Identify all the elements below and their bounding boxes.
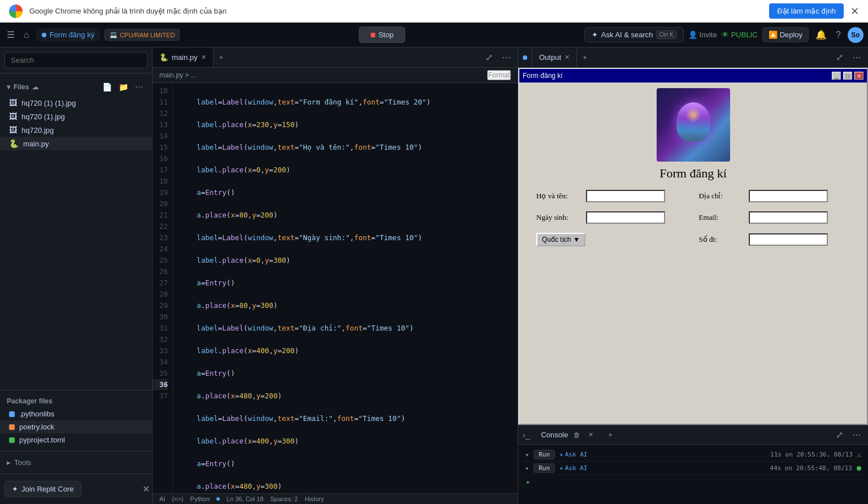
form-input-email[interactable] <box>749 211 828 224</box>
person-icon: 👤 <box>688 31 697 39</box>
form-cell-email: Email: <box>699 211 850 224</box>
set-default-button[interactable]: Đặt làm mặc định <box>769 3 844 19</box>
avatar[interactable]: So <box>848 27 863 43</box>
files-more-button[interactable]: ⋯ <box>133 80 145 94</box>
file-item-hq720-1[interactable]: 🖼 hq720 (1).jpg <box>0 110 152 123</box>
form-input-ho-va-ten[interactable] <box>586 190 665 202</box>
project-tab[interactable]: Form đăng ký <box>36 28 100 41</box>
brain-shape <box>671 99 716 150</box>
status-green-icon <box>857 466 861 471</box>
file-item-hq720[interactable]: 🖼 hq720.jpg <box>0 123 152 137</box>
output-tab-close[interactable]: ✕ <box>565 54 570 61</box>
console-tab-close[interactable]: ✕ <box>586 429 596 441</box>
code-editor[interactable]: 10111213 14151617 18192021 22232425 2627… <box>153 83 518 493</box>
pkg-item-poetry-lock[interactable]: poetry.lock <box>0 420 152 433</box>
output-tab-label: Output <box>539 53 561 62</box>
output-tab[interactable]: Output ✕ <box>532 47 577 67</box>
cpu-badge: 💻 CPU/RAM LIMITED <box>105 29 180 41</box>
console-prompt[interactable]: ▸ <box>522 475 865 488</box>
prompt-symbol: ▸ <box>526 477 531 486</box>
console-row-2: ▾ Run ✦ Ask AI 44s on 20:55:48, 08/13 <box>522 462 865 475</box>
chrome-logo-icon <box>9 5 23 18</box>
join-core-button[interactable]: ✦ Join Replit Core <box>5 481 81 497</box>
form-input-so-dt[interactable] <box>749 233 828 246</box>
file-item-hq720-1-1[interactable]: 🖼 hq720 (1) (1).jpg <box>0 96 152 110</box>
main-py-tab[interactable]: 🐍 main.py ✕ <box>153 47 214 67</box>
join-core-close-button[interactable]: ✕ <box>140 481 152 497</box>
stop-button[interactable]: Stop <box>359 27 406 43</box>
quoc-tich-dropdown[interactable]: Quốc tịch ▼ <box>536 233 585 246</box>
console-content: ▾ Run ✦ Ask AI 11s on 20:55:36, 08/13 ⚠ … <box>518 445 868 504</box>
brain-glow <box>685 108 702 122</box>
stop-icon <box>371 33 375 37</box>
run-badge-1[interactable]: Run <box>533 450 555 459</box>
invite-button[interactable]: 👤 Invite <box>688 31 717 39</box>
expand-output-button[interactable]: ⤢ <box>834 50 845 65</box>
format-button[interactable]: Format <box>487 70 511 80</box>
ask-ai-console-1[interactable]: ✦ Ask AI <box>559 451 587 458</box>
file-item-main-py[interactable]: 🐍 main.py <box>0 137 152 150</box>
public-button[interactable]: 👁 PUBLIC <box>722 31 758 39</box>
output-tab-icons: ⤢ ⋯ <box>834 50 868 65</box>
add-console-tab-button[interactable]: + <box>602 431 618 439</box>
pkg-name: .pythonlibs <box>19 410 54 418</box>
form-cell-dia-chi: Địa chỉ: <box>699 190 850 202</box>
chevron-icon-1: ▾ <box>525 451 529 459</box>
form-label-dia-chi: Địa chỉ: <box>699 192 744 201</box>
console-clear-button[interactable]: 🗑 <box>571 429 583 441</box>
console-tab[interactable]: Console 🗑 ✕ <box>534 425 602 444</box>
add-tab-button[interactable]: + <box>214 53 229 62</box>
new-folder-button[interactable]: 📁 <box>116 80 131 94</box>
ask-ai-console-2[interactable]: ✦ Ask AI <box>559 464 587 472</box>
form-input-ngay-sinh[interactable] <box>586 211 665 224</box>
chevron-right-icon: ▸ <box>7 458 11 467</box>
code-content[interactable]: label=Label(window,text="Form đăng kí",f… <box>173 83 518 493</box>
form-image <box>657 88 730 162</box>
toml-icon <box>9 437 15 443</box>
tools-label: Tools <box>14 458 31 467</box>
tkinter-maximize-button[interactable]: □ <box>843 72 852 80</box>
pkg-item-pythonlibs[interactable]: .pythonlibs <box>0 407 152 420</box>
search-input[interactable] <box>5 52 147 68</box>
expand-editor-button[interactable]: ⤢ <box>483 50 495 65</box>
form-input-dia-chi[interactable] <box>749 190 828 202</box>
files-collapse-button[interactable]: ▾ Files ☁ <box>7 83 38 91</box>
chrome-notification-bar: Google Chrome không phải là trình duyệt … <box>0 0 868 23</box>
run-badge-2[interactable]: Run <box>533 463 555 473</box>
tkinter-close-button[interactable]: ✕ <box>854 72 863 80</box>
file-name: hq720 (1) (1).jpg <box>21 99 76 107</box>
ask-ai-sm-label: Ask AI <box>565 451 588 458</box>
console-more-button[interactable]: ⋯ <box>850 427 863 442</box>
deploy-button[interactable]: 🔼 Deploy <box>762 27 809 42</box>
editor-more-button[interactable]: ⋯ <box>500 50 513 65</box>
form-grid: Họ và tên: Địa chỉ: Ngày sinh: <box>525 190 861 246</box>
bell-button[interactable]: 🔔 <box>813 27 829 42</box>
history-status: History <box>305 496 324 502</box>
help-button[interactable]: ? <box>834 28 843 42</box>
home-button[interactable]: ⌂ <box>21 28 32 42</box>
tools-header[interactable]: ▸ Tools <box>5 456 147 469</box>
pkg-item-pyproject-toml[interactable]: pyproject.toml <box>0 433 152 446</box>
lang-status: (<>) <box>172 496 183 502</box>
expand-console-button[interactable]: ⤢ <box>834 427 845 442</box>
dropdown-arrow-icon: ▼ <box>573 236 580 244</box>
console-section: ›_ Console 🗑 ✕ + ⤢ ⋯ ▾ Run ✦ <box>518 425 868 504</box>
chrome-bar-close-button[interactable]: ✕ <box>850 5 859 18</box>
form-cell-ngay-sinh: Ngày sinh: <box>536 211 688 224</box>
deploy-icon: 🔼 <box>769 31 778 39</box>
ask-ai-button[interactable]: ✦ Ask AI & search Ctrl K <box>584 27 684 42</box>
form-label-email: Email: <box>699 213 744 222</box>
files-label: Files <box>14 83 29 91</box>
console-time-2: 44s on 20:55:48, 08/13 <box>770 464 852 472</box>
top-bar-center: Stop <box>184 27 579 43</box>
warn-icon-1: ⚠ <box>857 451 861 459</box>
top-bar-right: ✦ Ask AI & search Ctrl K 👤 Invite 👁 PUBL… <box>584 27 863 43</box>
deploy-label: Deploy <box>780 31 802 39</box>
tab-close-button[interactable]: ✕ <box>201 54 206 61</box>
sidebar-toggle-button[interactable]: ☰ <box>5 27 17 42</box>
output-more-button[interactable]: ⋯ <box>850 50 863 65</box>
new-file-button[interactable]: 📄 <box>100 80 114 94</box>
add-output-tab-button[interactable]: + <box>577 53 593 62</box>
tkinter-minimize-button[interactable]: _ <box>832 72 841 80</box>
editor-area: 🐍 main.py ✕ + ⤢ ⋯ main.py > ... Format 1… <box>153 47 518 504</box>
